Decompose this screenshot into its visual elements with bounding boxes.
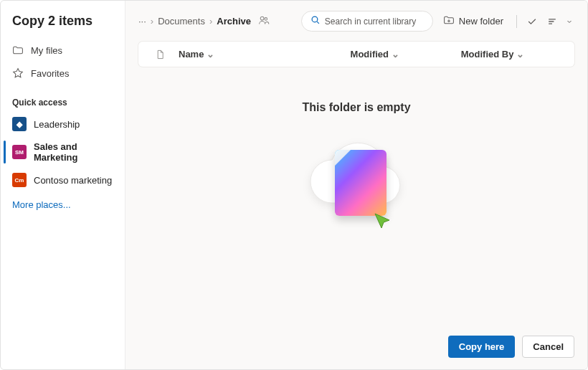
quick-access-item-label: Contoso marketing (34, 175, 112, 186)
quick-access-sales-marketing[interactable]: SM Sales and Marketing (1, 136, 125, 168)
column-modified-by[interactable]: Modified By ⌄ (461, 49, 563, 60)
chevron-right-icon: › (151, 16, 153, 27)
nav-favorites-label: Favorites (31, 68, 69, 79)
new-folder-icon (443, 14, 455, 28)
empty-state-illustration (299, 131, 414, 239)
breadcrumb: ··· › Documents › Archive (138, 14, 270, 28)
chevron-down-icon[interactable] (564, 14, 574, 29)
svg-point-1 (265, 18, 267, 21)
sidebar: Copy 2 items My files Favorites Quick ac… (1, 1, 125, 369)
star-icon (12, 67, 24, 79)
more-places-link[interactable]: More places... (1, 192, 125, 217)
dialog-title: Copy 2 items (1, 14, 125, 39)
nav-my-files-label: My files (31, 45, 62, 56)
chevron-right-icon: › (209, 16, 212, 27)
people-icon (258, 14, 270, 28)
search-placeholder: Search in current library (325, 16, 416, 27)
quick-access-leadership[interactable]: ◆ Leadership (1, 112, 125, 136)
column-headers: Name ⌄ Modified ⌄ Modified By ⌄ (138, 42, 574, 67)
svg-point-2 (312, 16, 318, 22)
quick-access-item-label: Sales and Marketing (34, 141, 116, 163)
chevron-down-icon: ⌄ (392, 49, 399, 60)
chevron-down-icon: ⌄ (207, 49, 214, 60)
dialog-copy-items: Copy 2 items My files Favorites Quick ac… (0, 0, 588, 370)
breadcrumb-overflow[interactable]: ··· (138, 16, 146, 27)
empty-state: This folder is empty (125, 67, 587, 327)
toolbar: ··· › Documents › Archive Search in curr… (125, 1, 587, 39)
new-folder-button[interactable]: New folder (437, 11, 509, 31)
search-icon (310, 15, 321, 27)
empty-state-title: This folder is empty (302, 101, 410, 114)
cursor-icon (372, 211, 394, 234)
search-input[interactable]: Search in current library (301, 11, 433, 32)
breadcrumb-current: Archive (217, 16, 251, 27)
separator (516, 15, 517, 28)
quick-access-heading: Quick access (1, 85, 125, 112)
svg-point-0 (260, 16, 264, 20)
document-icon (335, 150, 387, 216)
column-name[interactable]: Name ⌄ (179, 49, 342, 60)
main-pane: ··· › Documents › Archive Search in curr… (125, 1, 587, 369)
column-modified[interactable]: Modified ⌄ (351, 49, 452, 60)
chevron-down-icon: ⌄ (516, 49, 524, 60)
nav-favorites[interactable]: Favorites (1, 62, 125, 85)
site-icon: ◆ (12, 117, 27, 131)
copy-here-button[interactable]: Copy here (448, 336, 516, 358)
view-options-button[interactable] (544, 14, 560, 29)
cancel-button[interactable]: Cancel (522, 336, 574, 358)
quick-access-item-label: Leadership (34, 119, 80, 130)
dialog-footer: Copy here Cancel (125, 327, 587, 369)
doc-type-column (150, 49, 170, 60)
site-icon: Cm (12, 173, 27, 187)
new-folder-label: New folder (459, 16, 503, 27)
nav-my-files[interactable]: My files (1, 39, 125, 62)
folder-icon (12, 44, 24, 56)
checkmark-button[interactable] (524, 14, 540, 29)
breadcrumb-parent[interactable]: Documents (158, 16, 205, 27)
site-icon: SM (12, 145, 27, 159)
quick-access-contoso[interactable]: Cm Contoso marketing (1, 168, 125, 192)
